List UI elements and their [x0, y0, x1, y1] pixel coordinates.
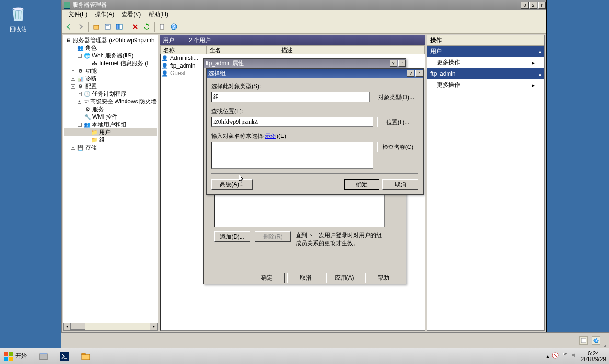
- apply-button[interactable]: 应用(A): [326, 273, 362, 283]
- cancel-button[interactable]: 取消: [287, 273, 323, 283]
- menu-action[interactable]: 操作(A): [91, 10, 118, 20]
- collapse-icon[interactable]: -: [71, 84, 75, 89]
- tree-users[interactable]: 📁用户: [64, 128, 157, 136]
- windows-logo-icon: [4, 352, 13, 361]
- tray-shield-icon[interactable]: [552, 352, 559, 360]
- locations-button[interactable]: 位置(L)...: [377, 117, 418, 127]
- select-group-titlebar[interactable]: 选择组 ? r: [207, 69, 423, 78]
- start-button[interactable]: 开始: [1, 349, 32, 364]
- member-of-list[interactable]: [214, 189, 385, 228]
- object-names-input[interactable]: [211, 142, 373, 169]
- clock-icon: 🕓: [83, 91, 91, 97]
- config-icon: ⚙: [77, 83, 84, 90]
- collapse-icon[interactable]: -: [78, 54, 82, 58]
- help-button[interactable]: ?: [390, 60, 397, 67]
- svg-rect-20: [82, 353, 85, 355]
- tree-wmi[interactable]: 🔧WMI 控件: [64, 113, 157, 121]
- list-columns: 名称 全名 描述: [160, 46, 425, 54]
- ok-button[interactable]: 确定: [344, 179, 379, 190]
- minimize-button[interactable]: 0: [521, 2, 529, 9]
- recycle-bin[interactable]: 回收站: [7, 4, 30, 34]
- properties-button[interactable]: [103, 22, 113, 32]
- close-button[interactable]: r: [398, 60, 406, 67]
- start-label: 开始: [15, 352, 27, 360]
- tree-config[interactable]: -⚙配置: [64, 82, 157, 90]
- col-name[interactable]: 名称: [161, 46, 207, 54]
- status-icon-help[interactable]: ?: [592, 336, 600, 345]
- scroll-left-button[interactable]: ◂: [63, 323, 71, 330]
- cancel-button[interactable]: 取消: [382, 179, 418, 190]
- actions-section-ftpadmin[interactable]: ftp_admin▴: [427, 68, 544, 79]
- diag-icon: 📊: [77, 75, 84, 82]
- menu-help[interactable]: 帮助(H): [145, 10, 172, 20]
- web-icon: 🌐: [83, 52, 91, 59]
- svg-text:?: ?: [595, 338, 598, 343]
- show-hidden-icons[interactable]: ▴: [546, 353, 549, 360]
- resize-grip[interactable]: [604, 334, 606, 347]
- clock[interactable]: 6:24 2018/9/29: [581, 351, 606, 362]
- tray-flag-icon[interactable]: [562, 352, 568, 360]
- show-hide-button[interactable]: [114, 22, 125, 32]
- status-strip: ?: [61, 332, 609, 348]
- forward-button[interactable]: [75, 22, 86, 32]
- expand-icon[interactable]: +: [71, 77, 75, 81]
- menu-file[interactable]: 文件(F): [65, 10, 91, 20]
- col-fullname[interactable]: 全名: [207, 46, 278, 54]
- task-powershell[interactable]: [55, 350, 74, 363]
- up-button[interactable]: [91, 22, 102, 32]
- tree-task-sched[interactable]: +🕓任务计划程序: [64, 90, 157, 98]
- tray-volume-icon[interactable]: [571, 352, 578, 360]
- tree-services[interactable]: ⚙服务: [64, 105, 157, 113]
- ok-button[interactable]: 确定: [249, 273, 285, 283]
- add-button[interactable]: 添加(D)...: [214, 231, 250, 242]
- scroll-thumb[interactable]: [71, 323, 85, 330]
- refresh-button[interactable]: [141, 22, 152, 32]
- advanced-button[interactable]: 高级(A)...: [211, 179, 253, 190]
- task-explorer[interactable]: [76, 350, 95, 363]
- help-button[interactable]: ?: [169, 22, 179, 32]
- tree-web-iis[interactable]: -🌐Web 服务器(IIS): [64, 52, 157, 59]
- tree-iis-info[interactable]: 🖧Internet 信息服务 (I: [64, 59, 157, 67]
- restore-button[interactable]: 2: [529, 2, 537, 9]
- help-button[interactable]: ?: [407, 70, 414, 77]
- back-button[interactable]: [64, 22, 74, 32]
- chevron-up-icon: ▴: [539, 48, 541, 55]
- user-icon: 👤: [161, 70, 168, 77]
- object-types-button[interactable]: 对象类型(O)...: [374, 92, 418, 102]
- expand-icon[interactable]: +: [78, 100, 81, 104]
- export-button[interactable]: [157, 22, 168, 32]
- collapse-icon[interactable]: -: [78, 123, 82, 127]
- status-icon-1[interactable]: [579, 336, 588, 345]
- titlebar[interactable]: 服务器管理器 0 2 r: [62, 0, 546, 10]
- expand-icon[interactable]: +: [71, 146, 75, 150]
- tree-roles[interactable]: -👥角色: [64, 44, 157, 52]
- tree-local-users[interactable]: -👥本地用户和组: [64, 121, 157, 128]
- delete-button[interactable]: [130, 22, 140, 32]
- task-server-manager[interactable]: [34, 350, 53, 363]
- close-button[interactable]: r: [415, 70, 423, 77]
- tree-firewall[interactable]: +🛡高级安全 Windows 防火墙: [64, 98, 157, 105]
- tree-storage[interactable]: +💾存储: [64, 144, 157, 151]
- help-button[interactable]: 帮助: [365, 273, 401, 283]
- actions-more-ftpadmin[interactable]: 更多操作▸: [427, 79, 544, 91]
- actions-more-users[interactable]: 更多操作▸: [427, 57, 544, 68]
- expand-icon[interactable]: +: [71, 69, 75, 73]
- server-icon: 🖥: [64, 37, 72, 44]
- system-tray: ▴ 6:24 2018/9/29: [543, 348, 609, 364]
- col-desc[interactable]: 描述: [278, 46, 425, 54]
- tree-features[interactable]: +⚙功能: [64, 67, 157, 75]
- properties-titlebar[interactable]: ftp_admin 属性 ? r: [204, 59, 406, 68]
- properties-title: ftp_admin 属性: [206, 59, 244, 68]
- collapse-icon[interactable]: -: [71, 46, 75, 50]
- tree-diagnostics[interactable]: +📊诊断: [64, 75, 157, 82]
- scroll-right-button[interactable]: ▸: [150, 323, 158, 330]
- example-link[interactable]: 示例: [265, 133, 276, 139]
- tree-groups[interactable]: 📁组: [64, 136, 157, 144]
- tree-scrollbar-h[interactable]: ◂ ▸: [63, 323, 158, 330]
- close-button[interactable]: r: [538, 2, 546, 9]
- expand-icon[interactable]: +: [78, 92, 82, 96]
- tree-root[interactable]: 🖥服务器管理器 (iZ0hfdwp9hpzmh: [64, 36, 157, 44]
- menu-view[interactable]: 查看(V): [118, 10, 145, 20]
- actions-section-users[interactable]: 用户▴: [427, 46, 544, 57]
- check-names-button[interactable]: 检查名称(C): [377, 142, 418, 152]
